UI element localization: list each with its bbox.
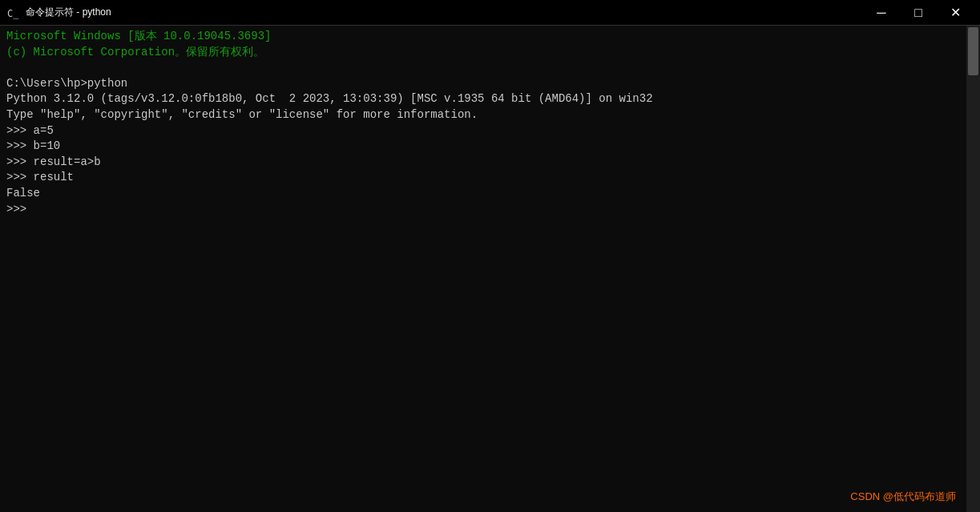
line-8: >>> b=10 [6, 139, 60, 152]
window-controls: ─ □ ✕ [863, 0, 974, 26]
line-4: C:\Users\hp>python [6, 77, 127, 90]
console-area[interactable]: Microsoft Windows [版本 10.0.19045.3693] (… [0, 26, 980, 512]
maximize-button[interactable]: □ [900, 0, 937, 26]
console-output: Microsoft Windows [版本 10.0.19045.3693] (… [6, 29, 974, 217]
line-9: >>> result=a>b [6, 155, 101, 168]
line-11: False [6, 187, 40, 200]
minimize-button[interactable]: ─ [863, 0, 900, 26]
line-5: Python 3.12.0 (tags/v3.12.0:0fb18b0, Oct… [6, 92, 653, 105]
line-7: >>> a=5 [6, 124, 54, 137]
titlebar: C_ 命令提示符 - python ─ □ ✕ [0, 0, 980, 26]
line-1: Microsoft Windows [版本 10.0.19045.3693] (… [6, 30, 271, 58]
cmd-icon: C_ [6, 6, 19, 19]
window-title: 命令提示符 - python [26, 6, 863, 19]
scrollbar-thumb[interactable] [968, 27, 978, 75]
line-10: >>> result [6, 171, 74, 183]
line-12: >>> [6, 203, 34, 216]
close-button[interactable]: ✕ [937, 0, 974, 26]
scrollbar[interactable] [966, 26, 980, 512]
watermark: CSDN @低代码布道师 [850, 490, 956, 504]
line-6: Type "help", "copyright", "credits" or "… [6, 108, 478, 121]
svg-text:C_: C_ [7, 8, 19, 19]
